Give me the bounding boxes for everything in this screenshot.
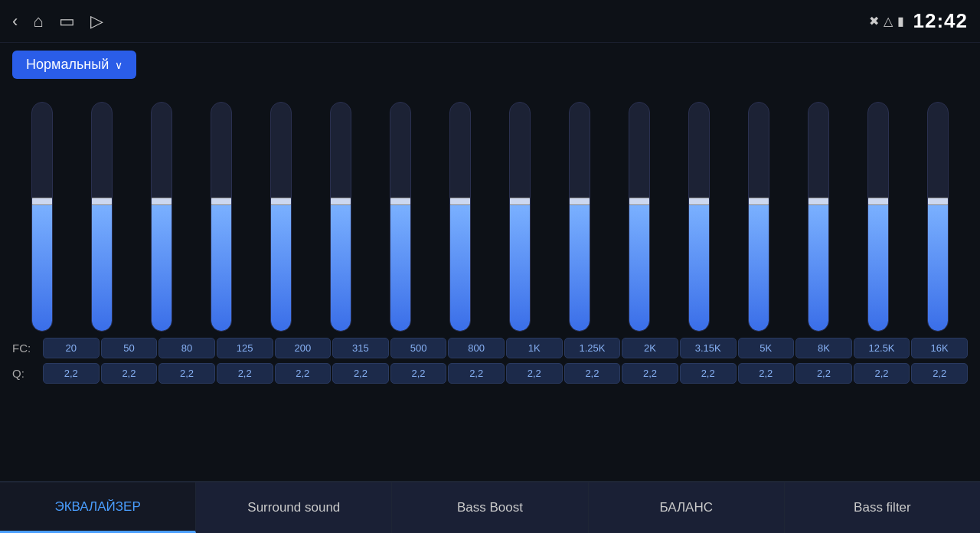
fc-badge[interactable]: 125 xyxy=(217,338,273,358)
slider-col[interactable] xyxy=(669,102,729,332)
q-badge[interactable]: 2,2 xyxy=(738,363,795,384)
slider-track[interactable] xyxy=(211,102,232,332)
slider-track[interactable] xyxy=(330,102,351,332)
slider-col[interactable] xyxy=(550,102,609,332)
slider-fill xyxy=(211,205,231,331)
q-badge[interactable]: 2,2 xyxy=(564,363,621,384)
fc-badge[interactable]: 80 xyxy=(158,338,215,358)
slider-handle[interactable] xyxy=(270,198,292,205)
slider-handle[interactable] xyxy=(748,198,769,205)
q-badge[interactable]: 2,2 xyxy=(217,363,273,384)
slider-col[interactable] xyxy=(251,102,311,332)
slider-col[interactable] xyxy=(132,102,191,332)
slider-fill xyxy=(629,205,649,331)
fc-values: 2050801252003155008001K1.25K2K3.15K5K8K1… xyxy=(43,338,968,358)
slider-track[interactable] xyxy=(270,102,292,332)
fc-badge[interactable]: 8K xyxy=(795,338,852,358)
fc-badge[interactable]: 50 xyxy=(101,338,158,358)
preset-button[interactable]: Нормальный ∨ xyxy=(12,51,136,79)
q-badge[interactable]: 2,2 xyxy=(911,363,968,384)
back-icon[interactable]: ‹ xyxy=(12,11,18,31)
q-badge[interactable]: 2,2 xyxy=(332,363,389,384)
fc-badge[interactable]: 1K xyxy=(506,338,563,358)
fc-badge[interactable]: 20 xyxy=(43,338,100,358)
q-badge[interactable]: 2,2 xyxy=(448,363,505,384)
tab-balance[interactable]: БАЛАНС xyxy=(589,482,785,533)
slider-fill xyxy=(92,205,112,331)
square-icon[interactable]: ▭ xyxy=(59,11,75,31)
q-badge[interactable]: 2,2 xyxy=(101,363,158,384)
slider-handle[interactable] xyxy=(629,198,650,205)
connectivity-icons: ✖ △ ▮ xyxy=(869,14,904,28)
q-badge[interactable]: 2,2 xyxy=(390,363,447,384)
slider-col[interactable] xyxy=(729,102,789,332)
slider-handle[interactable] xyxy=(91,198,113,205)
q-badge[interactable]: 2,2 xyxy=(43,363,100,384)
fc-badge[interactable]: 2K xyxy=(622,338,678,358)
fc-badge[interactable]: 3.15K xyxy=(680,338,737,358)
fc-badge[interactable]: 5K xyxy=(738,338,795,358)
slider-handle[interactable] xyxy=(449,198,471,205)
slider-col[interactable] xyxy=(311,102,371,332)
tab-surround[interactable]: Surround sound xyxy=(196,482,392,533)
slider-col[interactable] xyxy=(72,102,132,332)
slider-handle[interactable] xyxy=(569,198,590,205)
fc-row: FC: 2050801252003155008001K1.25K2K3.15K5… xyxy=(12,338,968,358)
slider-col[interactable] xyxy=(848,102,908,332)
slider-col[interactable] xyxy=(371,102,430,332)
slider-handle[interactable] xyxy=(808,198,829,205)
slider-track[interactable] xyxy=(688,102,710,332)
slider-track[interactable] xyxy=(509,102,531,332)
q-badge[interactable]: 2,2 xyxy=(680,363,737,384)
fc-badge[interactable]: 500 xyxy=(390,338,447,358)
q-badge[interactable]: 2,2 xyxy=(854,363,910,384)
slider-fill xyxy=(510,205,530,331)
slider-handle[interactable] xyxy=(509,198,531,205)
fc-badge[interactable]: 12.5K xyxy=(854,338,910,358)
slider-handle[interactable] xyxy=(390,198,411,205)
slider-handle[interactable] xyxy=(330,198,351,205)
q-badge[interactable]: 2,2 xyxy=(506,363,563,384)
slider-fill xyxy=(928,205,948,331)
q-badge[interactable]: 2,2 xyxy=(795,363,852,384)
slider-handle[interactable] xyxy=(151,198,172,205)
slider-track[interactable] xyxy=(629,102,650,332)
home-icon[interactable]: ⌂ xyxy=(33,11,43,31)
slider-track[interactable] xyxy=(867,102,889,332)
slider-col[interactable] xyxy=(490,102,550,332)
fc-badge[interactable]: 1.25K xyxy=(564,338,621,358)
slider-col[interactable] xyxy=(609,102,669,332)
slider-fill xyxy=(868,205,888,331)
slider-track[interactable] xyxy=(748,102,769,332)
slider-track[interactable] xyxy=(151,102,172,332)
q-badge[interactable]: 2,2 xyxy=(158,363,215,384)
chevron-down-icon: ∨ xyxy=(115,59,122,71)
slider-track[interactable] xyxy=(31,102,53,332)
slider-handle[interactable] xyxy=(31,198,53,205)
fc-badge[interactable]: 315 xyxy=(332,338,389,358)
tab-bassfilter[interactable]: Bass filter xyxy=(785,482,980,533)
tab-bassboost[interactable]: Bass Boost xyxy=(392,482,588,533)
slider-handle[interactable] xyxy=(688,198,710,205)
slider-track[interactable] xyxy=(449,102,471,332)
flag-icon[interactable]: ▷ xyxy=(90,11,103,31)
slider-col[interactable] xyxy=(430,102,490,332)
slider-track[interactable] xyxy=(390,102,411,332)
q-badge[interactable]: 2,2 xyxy=(275,363,332,384)
slider-track[interactable] xyxy=(808,102,829,332)
slider-track[interactable] xyxy=(91,102,113,332)
slider-track[interactable] xyxy=(569,102,590,332)
slider-col[interactable] xyxy=(12,102,72,332)
slider-col[interactable] xyxy=(191,102,251,332)
q-badge[interactable]: 2,2 xyxy=(622,363,678,384)
slider-track[interactable] xyxy=(927,102,949,332)
slider-col[interactable] xyxy=(789,102,848,332)
slider-handle[interactable] xyxy=(211,198,232,205)
slider-handle[interactable] xyxy=(927,198,949,205)
tab-equalizer[interactable]: ЭКВАЛАЙЗЕР xyxy=(0,482,196,533)
fc-badge[interactable]: 800 xyxy=(448,338,505,358)
slider-handle[interactable] xyxy=(867,198,889,205)
slider-col[interactable] xyxy=(908,102,968,332)
fc-badge[interactable]: 200 xyxy=(275,338,332,358)
fc-badge[interactable]: 16K xyxy=(911,338,968,358)
